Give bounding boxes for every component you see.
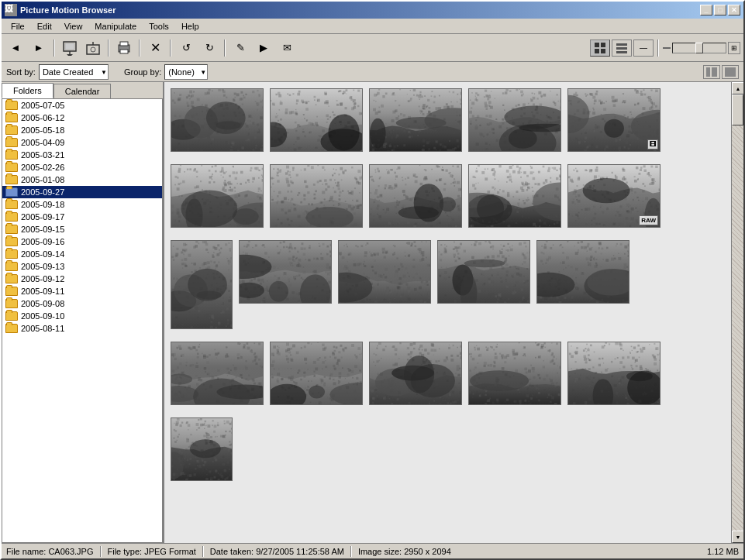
photo-thumb-4-3[interactable] bbox=[369, 342, 462, 405]
maximize-button[interactable]: □ bbox=[714, 5, 726, 15]
folder-item-2[interactable]: 2005-05-18 bbox=[2, 124, 162, 136]
folder-item-11[interactable]: 2005-09-16 bbox=[2, 235, 162, 248]
folder-item-9[interactable]: 2005-09-17 bbox=[2, 211, 162, 223]
share-button[interactable]: ✉ bbox=[276, 38, 298, 58]
group-select[interactable]: (None) Date Month Year bbox=[164, 64, 208, 80]
photo-thumb-4-4[interactable] bbox=[468, 342, 561, 405]
window-title: Picture Motion Browser bbox=[20, 5, 700, 15]
title-bar-buttons: _ □ ✕ bbox=[700, 5, 740, 15]
toolbar-separator-6 bbox=[657, 40, 659, 57]
main-area: Folders Calendar 2005-07-05 2005-06-12 2… bbox=[2, 82, 743, 543]
photo-thumb-4-1[interactable] bbox=[171, 342, 264, 405]
folder-item-0[interactable]: 2005-07-05 bbox=[2, 99, 162, 112]
menu-edit[interactable]: Edit bbox=[31, 20, 58, 33]
panel-tabs: Folders Calendar bbox=[2, 82, 163, 99]
menu-file[interactable]: File bbox=[5, 20, 31, 33]
scroll-down-button[interactable]: ▼ bbox=[732, 531, 743, 543]
menu-bar: File Edit View Manipulate Tools Help bbox=[2, 19, 743, 34]
detail-view-button[interactable]: — bbox=[633, 40, 654, 57]
photo-thumb-4-2[interactable] bbox=[270, 342, 363, 405]
folder-name: 2005-08-11 bbox=[21, 324, 64, 333]
rotate-left-button[interactable]: ↺ bbox=[175, 38, 197, 58]
folder-item-6[interactable]: 2005-01-08 bbox=[2, 173, 162, 186]
title-bar: 🖼 Picture Motion Browser _ □ ✕ bbox=[2, 2, 743, 19]
folder-icon bbox=[5, 287, 18, 296]
photo-thumb-2-2[interactable] bbox=[270, 164, 363, 228]
photo-thumb-4-5[interactable] bbox=[567, 342, 660, 405]
folder-icon bbox=[5, 212, 18, 222]
scroll-thumb[interactable] bbox=[732, 94, 743, 125]
photo-thumb-1-1[interactable] bbox=[171, 88, 264, 152]
folder-item-1[interactable]: 2005-06-12 bbox=[2, 112, 162, 124]
zoom-min-icon bbox=[663, 47, 671, 49]
folder-icon bbox=[5, 175, 18, 184]
svg-point-7 bbox=[91, 47, 95, 52]
folder-item-13[interactable]: 2005-09-13 bbox=[2, 260, 162, 273]
group-label: Group by: bbox=[124, 67, 161, 77]
folder-icon bbox=[5, 299, 18, 308]
photo-thumb-1-3[interactable] bbox=[369, 88, 462, 152]
zoom-max-icon[interactable]: ⊞ bbox=[728, 42, 740, 54]
delete-button[interactable]: ✕ bbox=[144, 38, 166, 58]
photo-thumb-3-3[interactable] bbox=[338, 240, 431, 304]
list-view-button[interactable] bbox=[612, 40, 632, 57]
folder-item-10[interactable]: 2005-09-15 bbox=[2, 223, 162, 235]
photo-thumb-2-5[interactable]: RAW bbox=[567, 164, 660, 228]
status-file-size: 1.12 MB bbox=[707, 547, 739, 556]
folder-item-5[interactable]: 2005-02-26 bbox=[2, 161, 162, 173]
folder-name: 2005-09-08 bbox=[21, 299, 64, 308]
folder-item-3[interactable]: 2005-04-09 bbox=[2, 136, 162, 149]
photo-thumb-2-4[interactable] bbox=[468, 164, 561, 228]
folder-item-15[interactable]: 2005-09-11 bbox=[2, 285, 162, 297]
folder-name: 2005-07-05 bbox=[21, 101, 64, 110]
photo-thumb-5-1[interactable] bbox=[171, 417, 233, 481]
photo-thumb-1-4[interactable] bbox=[468, 88, 561, 152]
photo-thumb-3-1[interactable] bbox=[171, 240, 233, 329]
folder-item-16[interactable]: 2005-09-08 bbox=[2, 297, 162, 310]
svg-rect-17 bbox=[616, 51, 627, 53]
photo-thumb-3-2[interactable] bbox=[239, 240, 332, 304]
panel-btn-2[interactable] bbox=[722, 65, 739, 79]
photo-grid[interactable]: 🎞 RAW bbox=[164, 82, 731, 543]
scroll-up-button[interactable]: ▲ bbox=[732, 82, 743, 94]
back-button[interactable]: ◄ bbox=[5, 38, 26, 58]
photo-thumb-2-1[interactable] bbox=[171, 164, 264, 228]
folder-name: 2005-03-21 bbox=[21, 150, 64, 160]
edit-photo-button[interactable]: ✎ bbox=[229, 38, 251, 58]
folder-name: 2005-09-18 bbox=[21, 200, 64, 209]
export-button[interactable] bbox=[82, 38, 104, 58]
folder-item-14[interactable]: 2005-09-12 bbox=[2, 273, 162, 285]
folder-item-17[interactable]: 2005-09-10 bbox=[2, 310, 162, 322]
close-button[interactable]: ✕ bbox=[728, 5, 740, 15]
tab-calendar[interactable]: Calendar bbox=[53, 84, 112, 98]
folder-item-12[interactable]: 2005-09-14 bbox=[2, 248, 162, 260]
folder-list[interactable]: 2005-07-05 2005-06-12 2005-05-18 2005-04… bbox=[2, 99, 163, 543]
zoom-slider[interactable] bbox=[672, 43, 726, 53]
toolbar-separator-5 bbox=[224, 40, 226, 57]
panel-btn-1[interactable] bbox=[703, 65, 720, 79]
slideshow-button[interactable]: ▶ bbox=[253, 38, 274, 58]
menu-help[interactable]: Help bbox=[175, 20, 205, 33]
photo-thumb-1-5[interactable]: 🎞 bbox=[567, 88, 660, 152]
photo-thumb-3-4[interactable] bbox=[437, 240, 530, 304]
print-button[interactable] bbox=[113, 38, 135, 58]
folder-item-7[interactable]: 2005-09-27 bbox=[2, 186, 162, 198]
grid-view-button[interactable] bbox=[590, 40, 610, 57]
photo-thumb-1-2[interactable] bbox=[270, 88, 363, 152]
folder-item-8[interactable]: 2005-09-18 bbox=[2, 198, 162, 211]
import-button[interactable] bbox=[59, 38, 81, 58]
status-divider-1 bbox=[100, 546, 102, 557]
folder-item-18[interactable]: 2005-08-11 bbox=[2, 322, 162, 335]
tab-folders[interactable]: Folders bbox=[2, 83, 53, 98]
photo-thumb-2-3[interactable] bbox=[369, 164, 462, 228]
minimize-button[interactable]: _ bbox=[700, 5, 712, 15]
rotate-right-button[interactable]: ↻ bbox=[198, 38, 220, 58]
sort-select[interactable]: Date Created File Name Date Modified Fil… bbox=[39, 64, 109, 80]
photo-thumb-3-5[interactable] bbox=[536, 240, 629, 304]
forward-button[interactable]: ► bbox=[28, 38, 50, 58]
menu-view[interactable]: View bbox=[58, 20, 89, 33]
export-icon bbox=[85, 40, 101, 56]
menu-manipulate[interactable]: Manipulate bbox=[88, 20, 143, 33]
folder-item-4[interactable]: 2005-03-21 bbox=[2, 149, 162, 161]
menu-tools[interactable]: Tools bbox=[143, 20, 175, 33]
